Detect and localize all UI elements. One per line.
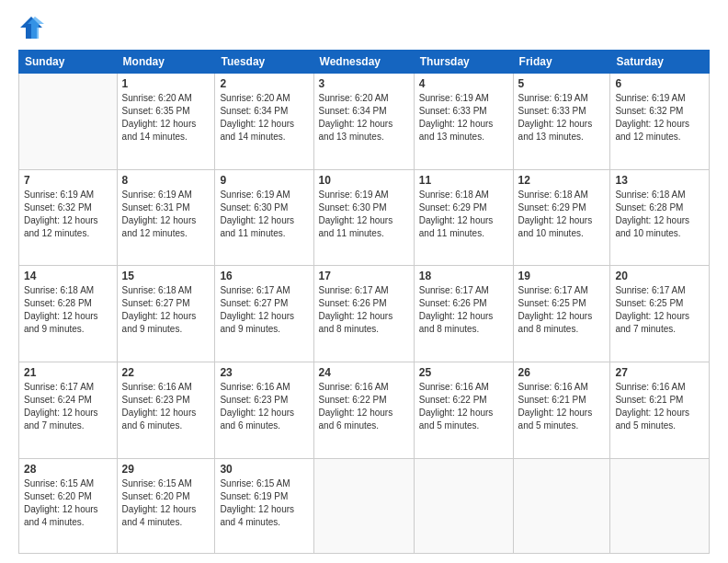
day-number: 12 bbox=[518, 174, 606, 187]
calendar-cell: 11Sunrise: 6:18 AM Sunset: 6:29 PM Dayli… bbox=[414, 169, 513, 266]
day-number: 11 bbox=[419, 174, 508, 187]
day-info: Sunrise: 6:17 AM Sunset: 6:26 PM Dayligh… bbox=[419, 284, 508, 336]
day-number: 25 bbox=[419, 366, 508, 379]
week-row-4: 28Sunrise: 6:15 AM Sunset: 6:20 PM Dayli… bbox=[19, 458, 710, 553]
calendar-cell bbox=[313, 458, 414, 553]
day-info: Sunrise: 6:17 AM Sunset: 6:26 PM Dayligh… bbox=[319, 284, 409, 336]
day-info: Sunrise: 6:17 AM Sunset: 6:24 PM Dayligh… bbox=[24, 381, 112, 432]
day-info: Sunrise: 6:18 AM Sunset: 6:29 PM Dayligh… bbox=[518, 189, 606, 240]
day-info: Sunrise: 6:20 AM Sunset: 6:34 PM Dayligh… bbox=[319, 92, 409, 144]
day-number: 29 bbox=[122, 463, 210, 476]
calendar: SundayMondayTuesdayWednesdayThursdayFrid… bbox=[18, 50, 710, 554]
weekday-friday: Friday bbox=[513, 51, 610, 74]
day-info: Sunrise: 6:19 AM Sunset: 6:30 PM Dayligh… bbox=[319, 189, 409, 240]
calendar-cell: 15Sunrise: 6:18 AM Sunset: 6:27 PM Dayli… bbox=[117, 266, 215, 362]
weekday-sunday: Sunday bbox=[19, 51, 118, 74]
weekday-monday: Monday bbox=[117, 51, 215, 74]
calendar-cell: 18Sunrise: 6:17 AM Sunset: 6:26 PM Dayli… bbox=[414, 266, 513, 362]
day-number: 2 bbox=[220, 77, 308, 90]
page: SundayMondayTuesdayWednesdayThursdayFrid… bbox=[0, 0, 728, 563]
day-number: 18 bbox=[419, 270, 508, 282]
calendar-cell: 17Sunrise: 6:17 AM Sunset: 6:26 PM Dayli… bbox=[313, 266, 414, 362]
calendar-cell: 5Sunrise: 6:19 AM Sunset: 6:33 PM Daylig… bbox=[513, 74, 610, 170]
calendar-cell: 10Sunrise: 6:19 AM Sunset: 6:30 PM Dayli… bbox=[313, 169, 414, 266]
calendar-cell: 20Sunrise: 6:17 AM Sunset: 6:25 PM Dayli… bbox=[610, 266, 710, 362]
calendar-cell bbox=[513, 458, 610, 553]
calendar-cell: 27Sunrise: 6:16 AM Sunset: 6:21 PM Dayli… bbox=[610, 362, 710, 458]
day-number: 28 bbox=[24, 463, 112, 476]
day-info: Sunrise: 6:19 AM Sunset: 6:32 PM Dayligh… bbox=[615, 92, 704, 144]
day-number: 3 bbox=[319, 77, 409, 90]
calendar-cell: 6Sunrise: 6:19 AM Sunset: 6:32 PM Daylig… bbox=[610, 74, 710, 170]
calendar-cell: 8Sunrise: 6:19 AM Sunset: 6:31 PM Daylig… bbox=[117, 169, 215, 266]
calendar-cell: 13Sunrise: 6:18 AM Sunset: 6:28 PM Dayli… bbox=[610, 169, 710, 266]
day-info: Sunrise: 6:20 AM Sunset: 6:35 PM Dayligh… bbox=[122, 92, 210, 144]
day-number: 24 bbox=[319, 366, 409, 379]
day-info: Sunrise: 6:18 AM Sunset: 6:27 PM Dayligh… bbox=[122, 284, 210, 336]
weekday-wednesday: Wednesday bbox=[313, 51, 414, 74]
weekday-tuesday: Tuesday bbox=[215, 51, 313, 74]
calendar-cell: 28Sunrise: 6:15 AM Sunset: 6:20 PM Dayli… bbox=[19, 458, 118, 553]
calendar-cell: 23Sunrise: 6:16 AM Sunset: 6:23 PM Dayli… bbox=[215, 362, 313, 458]
calendar-cell: 30Sunrise: 6:15 AM Sunset: 6:19 PM Dayli… bbox=[215, 458, 313, 553]
day-info: Sunrise: 6:20 AM Sunset: 6:34 PM Dayligh… bbox=[220, 92, 308, 144]
day-info: Sunrise: 6:19 AM Sunset: 6:30 PM Dayligh… bbox=[220, 189, 308, 240]
day-number: 15 bbox=[122, 270, 210, 282]
day-info: Sunrise: 6:19 AM Sunset: 6:33 PM Dayligh… bbox=[419, 92, 508, 144]
calendar-cell: 9Sunrise: 6:19 AM Sunset: 6:30 PM Daylig… bbox=[215, 169, 313, 266]
week-row-0: 1Sunrise: 6:20 AM Sunset: 6:35 PM Daylig… bbox=[19, 74, 710, 170]
calendar-cell: 25Sunrise: 6:16 AM Sunset: 6:22 PM Dayli… bbox=[414, 362, 513, 458]
calendar-cell: 26Sunrise: 6:16 AM Sunset: 6:21 PM Dayli… bbox=[513, 362, 610, 458]
day-info: Sunrise: 6:16 AM Sunset: 6:22 PM Dayligh… bbox=[319, 381, 409, 432]
day-info: Sunrise: 6:16 AM Sunset: 6:23 PM Dayligh… bbox=[122, 381, 210, 432]
day-number: 19 bbox=[518, 270, 606, 282]
day-number: 17 bbox=[319, 270, 409, 282]
calendar-cell: 19Sunrise: 6:17 AM Sunset: 6:25 PM Dayli… bbox=[513, 266, 610, 362]
day-info: Sunrise: 6:16 AM Sunset: 6:21 PM Dayligh… bbox=[615, 381, 704, 432]
day-info: Sunrise: 6:19 AM Sunset: 6:31 PM Dayligh… bbox=[122, 189, 210, 240]
calendar-cell bbox=[414, 458, 513, 553]
day-info: Sunrise: 6:17 AM Sunset: 6:25 PM Dayligh… bbox=[615, 284, 704, 336]
day-info: Sunrise: 6:17 AM Sunset: 6:27 PM Dayligh… bbox=[220, 284, 308, 336]
day-number: 13 bbox=[615, 174, 704, 187]
logo-icon bbox=[18, 15, 44, 40]
weekday-header-row: SundayMondayTuesdayWednesdayThursdayFrid… bbox=[19, 51, 710, 74]
day-number: 20 bbox=[615, 270, 704, 282]
calendar-cell: 4Sunrise: 6:19 AM Sunset: 6:33 PM Daylig… bbox=[414, 74, 513, 170]
day-info: Sunrise: 6:18 AM Sunset: 6:29 PM Dayligh… bbox=[419, 189, 508, 240]
weekday-thursday: Thursday bbox=[414, 51, 513, 74]
calendar-cell: 21Sunrise: 6:17 AM Sunset: 6:24 PM Dayli… bbox=[19, 362, 118, 458]
day-number: 5 bbox=[518, 77, 606, 90]
calendar-cell: 29Sunrise: 6:15 AM Sunset: 6:20 PM Dayli… bbox=[117, 458, 215, 553]
day-info: Sunrise: 6:18 AM Sunset: 6:28 PM Dayligh… bbox=[615, 189, 704, 240]
day-number: 26 bbox=[518, 366, 606, 379]
calendar-cell: 24Sunrise: 6:16 AM Sunset: 6:22 PM Dayli… bbox=[313, 362, 414, 458]
logo bbox=[18, 15, 48, 40]
day-number: 27 bbox=[615, 366, 704, 379]
header bbox=[18, 15, 710, 40]
day-info: Sunrise: 6:15 AM Sunset: 6:20 PM Dayligh… bbox=[122, 477, 210, 529]
calendar-cell: 7Sunrise: 6:19 AM Sunset: 6:32 PM Daylig… bbox=[19, 169, 118, 266]
calendar-cell: 22Sunrise: 6:16 AM Sunset: 6:23 PM Dayli… bbox=[117, 362, 215, 458]
calendar-cell: 16Sunrise: 6:17 AM Sunset: 6:27 PM Dayli… bbox=[215, 266, 313, 362]
week-row-1: 7Sunrise: 6:19 AM Sunset: 6:32 PM Daylig… bbox=[19, 169, 710, 266]
day-number: 16 bbox=[220, 270, 308, 282]
weekday-saturday: Saturday bbox=[610, 51, 710, 74]
day-number: 14 bbox=[24, 270, 112, 282]
week-row-2: 14Sunrise: 6:18 AM Sunset: 6:28 PM Dayli… bbox=[19, 266, 710, 362]
calendar-cell: 12Sunrise: 6:18 AM Sunset: 6:29 PM Dayli… bbox=[513, 169, 610, 266]
day-info: Sunrise: 6:17 AM Sunset: 6:25 PM Dayligh… bbox=[518, 284, 606, 336]
week-row-3: 21Sunrise: 6:17 AM Sunset: 6:24 PM Dayli… bbox=[19, 362, 710, 458]
day-number: 9 bbox=[220, 174, 308, 187]
day-info: Sunrise: 6:19 AM Sunset: 6:33 PM Dayligh… bbox=[518, 92, 606, 144]
day-info: Sunrise: 6:19 AM Sunset: 6:32 PM Dayligh… bbox=[24, 189, 112, 240]
day-number: 8 bbox=[122, 174, 210, 187]
calendar-cell: 14Sunrise: 6:18 AM Sunset: 6:28 PM Dayli… bbox=[19, 266, 118, 362]
calendar-cell bbox=[19, 74, 118, 170]
day-number: 22 bbox=[122, 366, 210, 379]
day-info: Sunrise: 6:18 AM Sunset: 6:28 PM Dayligh… bbox=[24, 284, 112, 336]
calendar-cell: 2Sunrise: 6:20 AM Sunset: 6:34 PM Daylig… bbox=[215, 74, 313, 170]
day-number: 7 bbox=[24, 174, 112, 187]
day-number: 30 bbox=[220, 463, 308, 476]
day-number: 6 bbox=[615, 77, 704, 90]
